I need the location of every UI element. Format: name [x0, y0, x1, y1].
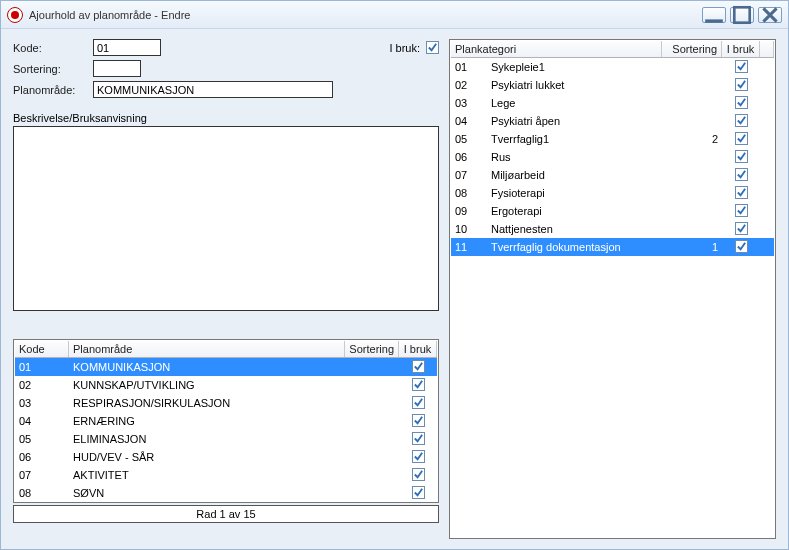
table-row[interactable]: 04ERNÆRING — [15, 412, 437, 430]
ibruk-label: I bruk: — [389, 42, 420, 54]
cell-ibruk — [722, 203, 760, 219]
table-row[interactable]: 07AKTIVITET — [15, 466, 437, 484]
ibruk-checkbox[interactable] — [426, 41, 439, 54]
close-button[interactable] — [758, 7, 782, 23]
cell-plankategori: 07Miljøarbeid — [451, 168, 662, 182]
cell-kode: 01 — [15, 360, 69, 374]
cell-plankategori: 01Sykepleie1 — [451, 60, 662, 74]
ibruk-checkbox[interactable] — [735, 78, 748, 91]
ibruk-checkbox[interactable] — [412, 414, 425, 427]
cell-sortering — [345, 384, 399, 386]
col-sortering[interactable]: Sortering — [345, 341, 399, 357]
cell-planomrade: SØVN — [69, 486, 345, 500]
kode-input[interactable] — [93, 39, 161, 56]
minimize-button[interactable] — [702, 7, 726, 23]
cell-planomrade: HUD/VEV - SÅR — [69, 450, 345, 464]
table-row[interactable]: 03Lege — [451, 94, 774, 112]
col-plankategori[interactable]: Plankategori — [451, 41, 662, 57]
cell-sortering — [662, 174, 722, 176]
table-row[interactable]: 08SØVN — [15, 484, 437, 501]
ibruk-checkbox[interactable] — [412, 360, 425, 373]
status-bar: Rad 1 av 15 — [13, 505, 439, 523]
cell-sortering — [345, 474, 399, 476]
cell-kode: 07 — [15, 468, 69, 482]
cell-plankategori: 11Tverrfaglig dokumentasjon — [451, 240, 662, 254]
ibruk-checkbox[interactable] — [412, 432, 425, 445]
col-spare — [760, 41, 774, 57]
table-row[interactable]: 02Psykiatri lukket — [451, 76, 774, 94]
ibruk-checkbox[interactable] — [735, 168, 748, 181]
table-row[interactable]: 01Sykepleie1 — [451, 58, 774, 76]
maximize-button[interactable] — [730, 7, 754, 23]
table-row[interactable]: 06Rus — [451, 148, 774, 166]
cell-ibruk — [722, 113, 760, 129]
cell-ibruk — [399, 377, 437, 393]
sortering-input[interactable] — [93, 60, 141, 77]
ibruk-checkbox[interactable] — [735, 240, 748, 253]
col-ibruk[interactable]: I bruk — [399, 341, 437, 357]
ibruk-checkbox[interactable] — [412, 450, 425, 463]
table-row[interactable]: 04Psykiatri åpen — [451, 112, 774, 130]
ibruk-checkbox[interactable] — [735, 222, 748, 235]
table-row[interactable]: 06HUD/VEV - SÅR — [15, 448, 437, 466]
window-buttons — [702, 7, 782, 23]
ibruk-checkbox[interactable] — [412, 486, 425, 499]
table-row[interactable]: 07Miljøarbeid — [451, 166, 774, 184]
app-icon — [7, 7, 23, 23]
table-row[interactable]: 05ELIMINASJON — [15, 430, 437, 448]
table-row[interactable]: 05Tverrfaglig12 — [451, 130, 774, 148]
grid-body[interactable]: 01Sykepleie102Psykiatri lukket03Lege04Ps… — [451, 58, 774, 537]
col-kode[interactable]: Kode — [15, 341, 69, 357]
grid-header: Kode Planområde Sortering I bruk — [15, 341, 437, 358]
cell-sortering — [662, 84, 722, 86]
cell-ibruk — [722, 149, 760, 165]
plankategori-grid[interactable]: Plankategori Sortering I bruk 01Sykeplei… — [451, 41, 774, 537]
beskrivelse-label: Beskrivelse/Bruksanvisning — [13, 112, 439, 124]
ibruk-checkbox[interactable] — [735, 60, 748, 73]
sortering-label: Sortering: — [13, 63, 93, 75]
ibruk-checkbox[interactable] — [735, 150, 748, 163]
table-row[interactable]: 02KUNNSKAP/UTVIKLING — [15, 376, 437, 394]
table-row[interactable]: 03RESPIRASJON/SIRKULASJON — [15, 394, 437, 412]
ibruk-checkbox[interactable] — [412, 396, 425, 409]
cell-planomrade: RESPIRASJON/SIRKULASJON — [69, 396, 345, 410]
cell-ibruk — [399, 449, 437, 465]
cell-ibruk — [399, 485, 437, 501]
cell-sortering — [345, 402, 399, 404]
cell-planomrade: ELIMINASJON — [69, 432, 345, 446]
table-row[interactable]: 11Tverrfaglig dokumentasjon1 — [451, 238, 774, 256]
svg-rect-0 — [705, 19, 723, 22]
ibruk-checkbox[interactable] — [735, 96, 748, 109]
titlebar[interactable]: Ajourhold av planområde - Endre — [1, 1, 788, 29]
col-planomrade[interactable]: Planområde — [69, 341, 345, 357]
cell-sortering — [662, 210, 722, 212]
cell-kode: 06 — [15, 450, 69, 464]
ibruk-checkbox[interactable] — [412, 378, 425, 391]
cell-planomrade: KUNNSKAP/UTVIKLING — [69, 378, 345, 392]
planomrade-input[interactable] — [93, 81, 333, 98]
cell-planomrade: ERNÆRING — [69, 414, 345, 428]
table-row[interactable]: 01KOMMUNIKASJON — [15, 358, 437, 376]
cell-plankategori: 08Fysioterapi — [451, 186, 662, 200]
ibruk-checkbox[interactable] — [735, 204, 748, 217]
planomrade-grid[interactable]: Kode Planområde Sortering I bruk 01KOMMU… — [15, 341, 437, 501]
right-grid-container: Plankategori Sortering I bruk 01Sykeplei… — [449, 39, 776, 539]
svg-rect-1 — [734, 7, 749, 22]
ibruk-checkbox[interactable] — [735, 132, 748, 145]
ibruk-checkbox[interactable] — [735, 114, 748, 127]
grid-body[interactable]: 01KOMMUNIKASJON02KUNNSKAP/UTVIKLING03RES… — [15, 358, 437, 501]
cell-ibruk — [722, 59, 760, 75]
col-sortering[interactable]: Sortering — [662, 41, 722, 57]
table-row[interactable]: 09Ergoterapi — [451, 202, 774, 220]
cell-ibruk — [399, 395, 437, 411]
ibruk-checkbox[interactable] — [735, 186, 748, 199]
ibruk-checkbox[interactable] — [412, 468, 425, 481]
window: Ajourhold av planområde - Endre Kode: I … — [0, 0, 789, 550]
cell-kode: 08 — [15, 486, 69, 500]
table-row[interactable]: 08Fysioterapi — [451, 184, 774, 202]
col-ibruk[interactable]: I bruk — [722, 41, 760, 57]
beskrivelse-textarea[interactable] — [13, 126, 439, 311]
cell-kode: 05 — [15, 432, 69, 446]
table-row[interactable]: 10Nattjenesten — [451, 220, 774, 238]
cell-ibruk — [722, 77, 760, 93]
